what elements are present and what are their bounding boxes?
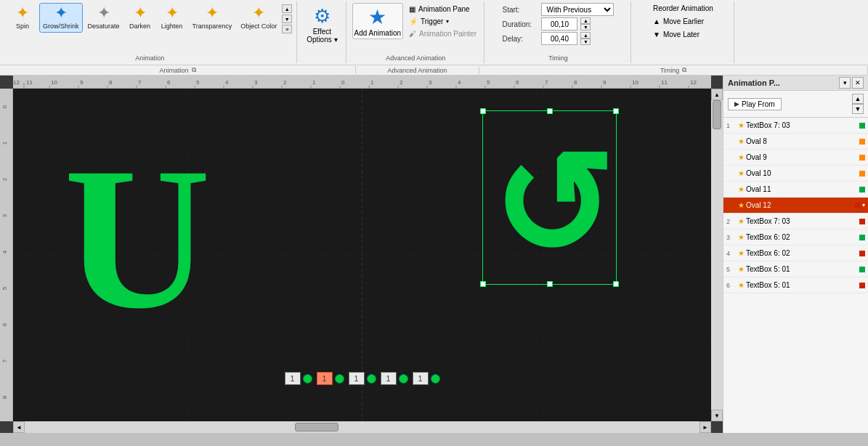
duration-input[interactable] (541, 17, 577, 31)
reorder-label: Reorder Animation (650, 3, 716, 14)
svg-text:8: 8 (1, 395, 8, 399)
svg-text:1: 1 (312, 79, 316, 86)
bar-green-3 (859, 235, 865, 240)
anim-item-1[interactable]: 1 ★ TextBox 7: 03 (723, 118, 868, 134)
anim-item-oval12[interactable]: ★ Oval 12 ▾ (723, 198, 868, 214)
anim-item-oval11[interactable]: ★ Oval 11 (723, 182, 868, 198)
handle-tr (613, 108, 619, 114)
transparency-label: Transparency (192, 23, 232, 31)
transparency-button[interactable]: ✦ Transparency (189, 3, 236, 33)
anim-num-3: 3 (726, 234, 738, 241)
grow-shrink-icon: ✦ (54, 5, 68, 21)
pane-scroll-up[interactable]: ▲ (852, 94, 864, 104)
anim-item-3[interactable]: 3 ★ TextBox 6: 02 (723, 230, 868, 246)
spin-button[interactable]: ✦ Spin (7, 3, 38, 33)
desaturate-label: Desaturate (88, 23, 120, 31)
scrollbar-left-btn[interactable]: ◄ (13, 421, 25, 433)
svg-text:4: 4 (225, 79, 229, 86)
anim-name-6: TextBox 5: 01 (746, 281, 856, 289)
anim-star-6: ★ (738, 281, 745, 289)
move-earlier-button[interactable]: ▲ Move Earlier (650, 16, 707, 27)
animation-group: ✦ Spin ✦ Grow/Shrink ✦ Desaturate ✦ Dark… (3, 1, 297, 63)
scrollbar-h-thumb[interactable] (295, 423, 338, 431)
svg-text:7: 7 (138, 79, 142, 86)
animation-pane-button[interactable]: ▦ Animation Pane (406, 4, 479, 15)
anim-num-6: 6 (726, 282, 738, 289)
darken-label: Darken (129, 23, 150, 31)
delay-input[interactable] (541, 32, 577, 45)
move-later-button[interactable]: ▼ Move Later (650, 29, 702, 40)
anim-bar-oval10 (859, 169, 865, 178)
duration-spin-up[interactable]: ▲ (580, 17, 591, 24)
animation-group-bar: Animation ⧉ (0, 66, 356, 74)
bar-red-4 (859, 251, 865, 256)
delay-spin-down[interactable]: ▼ (580, 38, 591, 45)
scroll-up-arrow[interactable]: ▲ (282, 4, 292, 13)
anim-star-oval9: ★ (738, 153, 745, 161)
darken-button[interactable]: ✦ Darken (125, 3, 155, 33)
scrollbar-thumb[interactable] (713, 100, 721, 129)
effect-options-button[interactable]: ⚙ Effect Options ▾ (303, 3, 341, 46)
animation-group-expand[interactable]: ⧉ (192, 66, 196, 74)
object-color-icon: ✦ (252, 5, 265, 21)
bar-red-oval12 (855, 203, 861, 208)
scrollbar-up-btn[interactable]: ▲ (711, 89, 723, 100)
svg-text:8: 8 (574, 79, 577, 86)
anim-item-oval9[interactable]: ★ Oval 9 (723, 150, 868, 166)
timing-group-expand[interactable]: ⧉ (682, 66, 686, 74)
move-earlier-icon: ▲ (653, 17, 660, 25)
play-from-button[interactable]: ▶ Play From (728, 98, 782, 110)
anim-item-oval8[interactable]: ★ Oval 8 (723, 134, 868, 150)
delay-row: Delay: ▲ ▼ (502, 32, 591, 45)
trigger-button[interactable]: ⚡ Trigger ▾ (406, 16, 479, 27)
effect-options-label: Effect Options ▾ (307, 28, 337, 44)
lighten-button[interactable]: ✦ Lighten (157, 3, 187, 33)
u-shape-svg: U (57, 103, 216, 357)
anim-bar-4 (859, 249, 865, 258)
delay-spin-up[interactable]: ▲ (580, 32, 591, 38)
animation-group-label: Animation (3, 54, 296, 62)
effect-options-row: ⚙ Effect Options ▾ (303, 3, 341, 62)
svg-text:6: 6 (516, 79, 519, 86)
svg-text:7: 7 (545, 79, 548, 86)
anim-item-5[interactable]: 5 ★ TextBox 5: 01 (723, 261, 868, 277)
svg-text:12: 12 (690, 79, 697, 86)
svg-text:5: 5 (196, 79, 200, 86)
animation-label-bar-text: Animation (159, 67, 188, 74)
adv-top-row: ★ Add Animation ▦ Animation Pane ⚡ Trigg… (352, 3, 479, 39)
anim-bar-5 (859, 265, 865, 274)
oval12-dropdown-icon[interactable]: ▾ (862, 202, 865, 208)
anim-bar-3 (859, 233, 865, 242)
desaturate-icon: ✦ (97, 5, 110, 21)
animation-painter-button[interactable]: 🖌 Animation Painter (406, 28, 479, 39)
grow-shrink-button[interactable]: ✦ Grow/Shrink (39, 3, 83, 33)
scroll-down-arrow[interactable]: ▼ (282, 15, 292, 23)
duration-spin-down[interactable]: ▼ (580, 24, 591, 31)
slide-indicator-3: 1 (349, 372, 376, 385)
scroll-more-arrow[interactable]: ≡ (282, 25, 292, 33)
svg-text:6: 6 (1, 323, 8, 326)
spin-icon: ✦ (16, 5, 29, 21)
anim-name-3: TextBox 6: 02 (746, 233, 856, 241)
pane-scroll-down[interactable]: ▼ (852, 104, 864, 114)
pane-close-btn[interactable]: ✕ (852, 77, 864, 89)
object-color-button[interactable]: ✦ Object Color (237, 3, 280, 33)
move-later-icon: ▼ (653, 31, 660, 38)
anim-item-6[interactable]: 6 ★ TextBox 5: 01 (723, 277, 868, 293)
start-select[interactable]: With Previous After Previous On Click (541, 3, 614, 16)
anim-item-oval10[interactable]: ★ Oval 10 (723, 166, 868, 182)
adv-anim-bar-text: Advanced Animation (387, 67, 447, 74)
anim-num-1: 1 (726, 122, 738, 129)
right-selected-shape[interactable]: ↺ (482, 110, 617, 285)
add-animation-button[interactable]: ★ Add Animation (352, 3, 404, 39)
anim-bar-1 (859, 121, 865, 130)
effect-options-group: ⚙ Effect Options ▾ (299, 1, 346, 63)
anim-num-4: 4 (726, 250, 738, 257)
svg-text:4: 4 (458, 79, 461, 86)
scrollbar-right-btn[interactable]: ► (699, 421, 711, 433)
anim-item-4[interactable]: 4 ★ TextBox 6: 02 (723, 246, 868, 261)
desaturate-button[interactable]: ✦ Desaturate (84, 3, 123, 33)
pane-expand-btn[interactable]: ▾ (839, 77, 851, 89)
scrollbar-down-btn[interactable]: ▼ (711, 410, 723, 421)
anim-item-2[interactable]: 2 ★ TextBox 7: 03 (723, 214, 868, 230)
